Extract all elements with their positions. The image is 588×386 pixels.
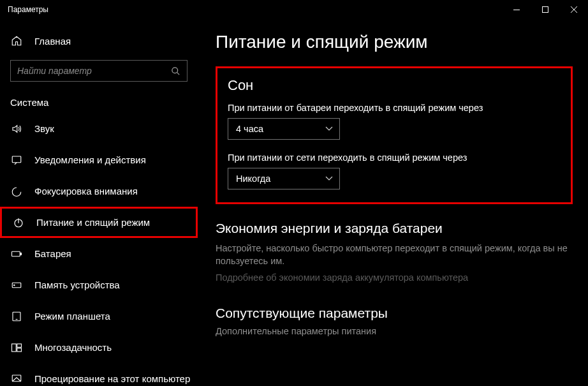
- sidebar-home[interactable]: Главная: [0, 28, 198, 54]
- sidebar-item-project[interactable]: Проецирование на этот компьютер: [0, 363, 198, 386]
- sidebar-item-notifications[interactable]: Уведомления и действия: [0, 144, 198, 175]
- sidebar-item-sound[interactable]: Звук: [0, 113, 198, 144]
- home-icon: [10, 35, 23, 47]
- sleep-section-highlight: Сон При питании от батареи переходить в …: [216, 66, 573, 204]
- sleep-plugged-label: При питании от сети переходить в спящий …: [228, 152, 561, 163]
- titlebar: Параметры: [0, 0, 588, 19]
- svg-rect-1: [542, 7, 548, 13]
- svg-rect-6: [20, 253, 22, 255]
- sleep-plugged-value: Никогда: [236, 174, 270, 184]
- notifications-icon: [10, 154, 23, 166]
- energy-more-link[interactable]: Подробнее об экономии заряда аккумулятор…: [216, 272, 573, 283]
- sidebar: Главная Система Звук Уведомления и дейст…: [0, 19, 198, 386]
- related-link[interactable]: Дополнительные параметры питания: [216, 326, 573, 336]
- focus-icon: [10, 186, 23, 197]
- svg-rect-5: [12, 251, 20, 256]
- power-icon: [12, 217, 25, 228]
- sidebar-group-label: Система: [0, 88, 198, 113]
- sidebar-item-label: Многозадачность: [34, 342, 198, 353]
- svg-rect-10: [12, 344, 17, 352]
- sidebar-item-label: Фокусировка внимания: [34, 186, 198, 197]
- chevron-down-icon: [325, 176, 333, 181]
- content-area: Питание и спящий режим Сон При питании о…: [198, 19, 588, 386]
- sidebar-item-label: Батарея: [34, 248, 198, 259]
- search-box[interactable]: [10, 60, 187, 82]
- search-input[interactable]: [17, 66, 171, 76]
- sidebar-item-label: Уведомления и действия: [34, 154, 198, 165]
- project-icon: [10, 373, 23, 385]
- page-title: Питание и спящий режим: [216, 32, 573, 52]
- related-heading: Сопутствующие параметры: [216, 306, 573, 321]
- sidebar-item-label: Проецирование на этот компьютер: [34, 373, 198, 384]
- sound-icon: [10, 123, 23, 135]
- sleep-heading: Сон: [228, 77, 561, 94]
- close-button[interactable]: [559, 0, 588, 19]
- minimize-button[interactable]: [502, 0, 531, 19]
- chevron-down-icon: [325, 126, 333, 131]
- tablet-icon: [10, 311, 23, 322]
- sidebar-home-label: Главная: [34, 36, 71, 47]
- search-container: [0, 54, 198, 88]
- svg-point-2: [172, 67, 178, 73]
- sleep-plugged-dropdown[interactable]: Никогда: [228, 168, 340, 189]
- search-icon: [171, 66, 180, 76]
- svg-point-8: [14, 285, 15, 286]
- sidebar-item-storage[interactable]: Память устройства: [0, 269, 198, 301]
- sidebar-item-power[interactable]: Питание и спящий режим: [0, 207, 198, 238]
- sidebar-item-label: Режим планшета: [34, 311, 198, 322]
- energy-heading: Экономия энергии и заряда батареи: [216, 221, 573, 236]
- sleep-battery-dropdown[interactable]: 4 часа: [228, 118, 340, 140]
- sidebar-item-label: Питание и спящий режим: [36, 217, 196, 228]
- battery-icon: [10, 248, 23, 260]
- sleep-battery-value: 4 часа: [236, 124, 263, 134]
- sidebar-item-tablet[interactable]: Режим планшета: [0, 301, 198, 332]
- sidebar-item-focus[interactable]: Фокусировка внимания: [0, 175, 198, 207]
- sidebar-item-battery[interactable]: Батарея: [0, 238, 198, 269]
- multitask-icon: [10, 342, 23, 353]
- svg-rect-3: [12, 156, 21, 163]
- maximize-icon: [542, 6, 548, 13]
- svg-rect-0: [513, 10, 520, 10]
- energy-desc: Настройте, насколько быстро компьютер пе…: [216, 242, 573, 267]
- sidebar-item-label: Память устройства: [34, 279, 198, 290]
- storage-icon: [10, 279, 23, 291]
- sleep-battery-label: При питании от батареи переходить в спящ…: [228, 103, 561, 113]
- svg-rect-11: [17, 344, 22, 347]
- minimize-icon: [513, 10, 520, 10]
- window-controls: [502, 0, 588, 19]
- sidebar-item-label: Звук: [34, 123, 198, 134]
- close-icon: [571, 6, 577, 13]
- window-title: Параметры: [8, 5, 48, 14]
- maximize-button[interactable]: [531, 0, 559, 19]
- svg-rect-12: [17, 348, 22, 351]
- sidebar-item-multitask[interactable]: Многозадачность: [0, 332, 198, 363]
